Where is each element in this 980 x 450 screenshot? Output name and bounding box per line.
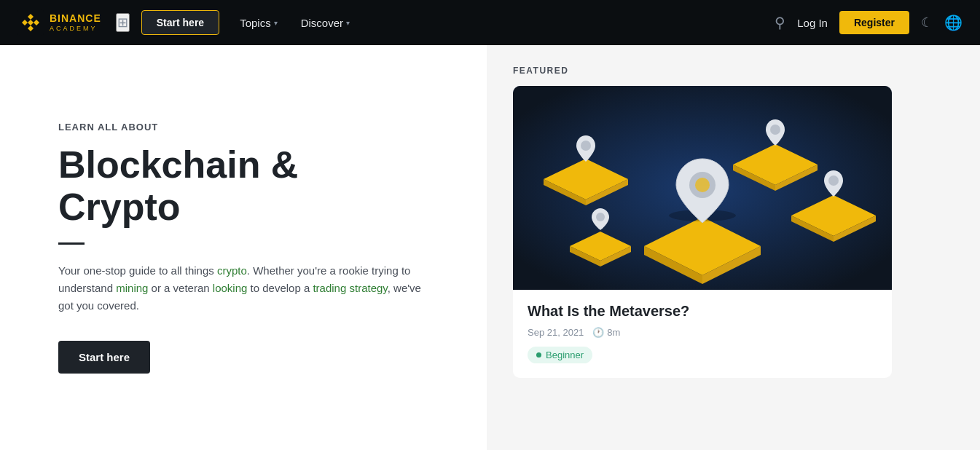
article-meta: Sep 21, 2021 🕐 8m	[528, 327, 877, 338]
featured-label: FEATURED	[513, 66, 954, 76]
svg-point-26	[770, 125, 780, 135]
discover-chevron-icon: ▾	[346, 19, 350, 27]
hero-title-line1: Blockchain &	[58, 143, 298, 186]
article-time-value: 8m	[607, 327, 620, 338]
logo[interactable]: BINANCE ACADEMY	[17, 9, 101, 36]
featured-article-image	[513, 86, 892, 290]
grid-menu-icon[interactable]: ⊞	[116, 13, 130, 32]
featured-section: FEATURED	[487, 45, 980, 450]
main-content: LEARN ALL ABOUT Blockchain & Crypto Your…	[0, 45, 980, 450]
search-icon[interactable]: ⚲	[775, 14, 785, 31]
beginner-badge: Beginner	[528, 347, 592, 363]
trading-link[interactable]: trading strategy	[313, 282, 387, 294]
badge-dot	[536, 352, 541, 358]
learn-label: LEARN ALL ABOUT	[58, 122, 428, 133]
logo-text-block: BINANCE ACADEMY	[50, 13, 101, 31]
nav-topics-link[interactable]: Topics ▾	[231, 17, 286, 29]
looking-link[interactable]: looking	[213, 282, 248, 294]
article-title: What Is the Metaverse?	[528, 303, 877, 320]
discover-label: Discover	[301, 17, 343, 29]
nav-discover-link[interactable]: Discover ▾	[292, 17, 358, 29]
navbar: BINANCE ACADEMY ⊞ Start here Topics ▾ Di…	[0, 0, 980, 45]
metaverse-illustration	[513, 86, 892, 290]
login-button[interactable]: Log In	[797, 17, 828, 29]
logo-name: BINANCE	[50, 13, 101, 24]
hero-title: Blockchain & Crypto	[58, 144, 428, 227]
hero-section: LEARN ALL ABOUT Blockchain & Crypto Your…	[0, 45, 487, 450]
navbar-right: ⚲ Log In Register ☾ 🌐	[775, 11, 963, 34]
crypto-link[interactable]: crypto	[217, 264, 247, 277]
hero-divider	[58, 242, 85, 245]
clock-icon: 🕐	[592, 327, 604, 338]
svg-point-28	[596, 213, 605, 221]
svg-point-27	[828, 175, 839, 186]
register-button[interactable]: Register	[839, 11, 909, 34]
binance-logo-icon	[17, 9, 44, 36]
hero-description: Your one-stop guide to all things crypto…	[58, 262, 428, 315]
nav-start-here-button[interactable]: Start here	[141, 10, 219, 35]
hero-start-button[interactable]: Start here	[58, 341, 150, 374]
article-date: Sep 21, 2021	[528, 327, 584, 338]
svg-point-25	[581, 141, 591, 151]
mining-link[interactable]: mining	[116, 282, 148, 294]
featured-card[interactable]: What Is the Metaverse? Sep 21, 2021 🕐 8m…	[513, 86, 892, 378]
topics-label: Topics	[240, 17, 271, 29]
featured-card-body: What Is the Metaverse? Sep 21, 2021 🕐 8m…	[513, 290, 892, 378]
svg-point-24	[695, 178, 710, 192]
language-selector-icon[interactable]: 🌐	[944, 14, 963, 31]
logo-subtitle: ACADEMY	[50, 25, 101, 32]
dark-mode-toggle-icon[interactable]: ☾	[921, 15, 933, 31]
hero-title-line2: Crypto	[58, 186, 181, 228]
topics-chevron-icon: ▾	[274, 19, 278, 27]
badge-label: Beginner	[546, 350, 584, 360]
article-read-time: 🕐 8m	[592, 327, 620, 338]
